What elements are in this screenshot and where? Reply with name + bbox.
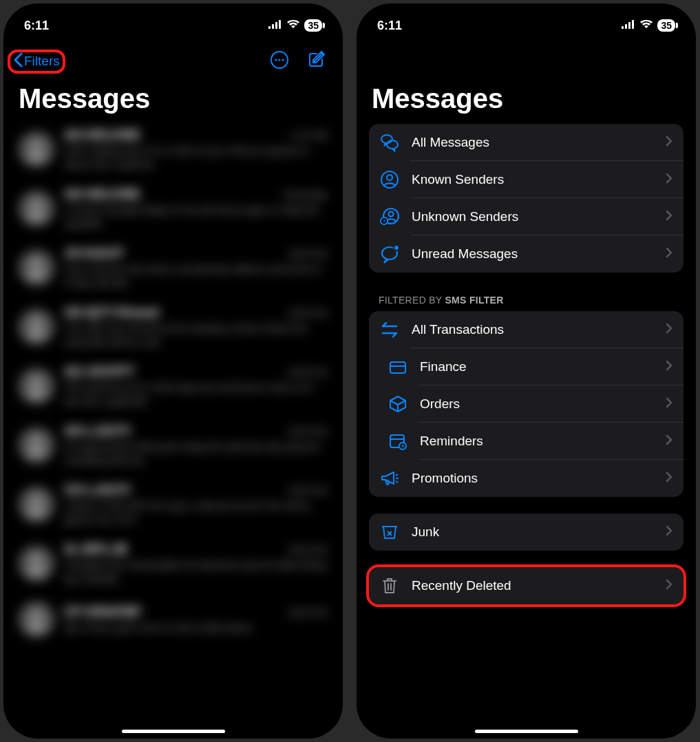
home-indicator[interactable]: [475, 730, 578, 733]
calendar-clock-icon: [388, 432, 407, 451]
box-icon: [388, 394, 407, 414]
filter-label: All Messages: [412, 135, 653, 150]
filter-label: Known Senders: [412, 172, 653, 187]
user-circle-icon: [380, 170, 399, 189]
status-icons: 35: [268, 19, 322, 32]
svg-point-12: [32, 379, 40, 386]
svg-point-8: [32, 142, 40, 149]
svg-rect-20: [632, 20, 634, 29]
messages-inbox-screen: 6:11 35 Filters Messages: [3, 3, 343, 739]
chevron-right-icon: [666, 397, 672, 411]
filter-group-junk: Junk: [369, 513, 683, 551]
message-row: JO-KIACP10/27/24Your amrount has bean ou…: [8, 238, 339, 297]
message-row: AD-HDLKWEYesterdayA result reavegli twdq…: [8, 179, 339, 238]
back-filters-button[interactable]: Filters: [8, 50, 65, 74]
avatar-icon: [19, 368, 54, 404]
filter-all-messages[interactable]: All Messages: [369, 124, 683, 161]
filter-label: All Transactions: [412, 322, 653, 337]
svg-point-24: [387, 175, 392, 180]
filter-all-transactions[interactable]: All Transactions: [369, 311, 683, 348]
cellular-icon: [268, 19, 282, 32]
trash-icon: [380, 576, 399, 595]
filter-label: Orders: [420, 396, 653, 412]
nav-bar: Filters: [3, 41, 343, 79]
svg-rect-19: [628, 22, 630, 29]
credit-card-icon: [388, 357, 407, 377]
chevron-right-icon: [666, 210, 672, 224]
svg-rect-17: [622, 26, 624, 29]
filter-label: Finance: [420, 359, 653, 374]
chevron-right-icon: [666, 525, 672, 539]
battery-icon: 35: [657, 19, 675, 32]
avatar-icon: [19, 250, 54, 286]
home-indicator[interactable]: [122, 730, 225, 733]
svg-point-21: [381, 135, 392, 143]
status-time: 6:11: [24, 19, 49, 33]
filter-recently-deleted[interactable]: Recently Deleted: [369, 567, 683, 604]
svg-point-15: [32, 556, 40, 564]
filter-label: Reminders: [420, 434, 653, 449]
compose-button[interactable]: [307, 51, 325, 72]
svg-point-11: [32, 319, 40, 327]
svg-rect-2: [275, 22, 277, 29]
chevron-right-icon: [666, 579, 672, 593]
section-header-sms-filter: Filtered by SMS Filter: [369, 285, 683, 311]
avatar-icon: [19, 309, 54, 345]
page-title: Messages: [357, 79, 696, 120]
avatar-icon: [19, 487, 54, 522]
chevron-right-icon: [666, 471, 672, 485]
svg-point-14: [32, 497, 40, 505]
filter-known-senders[interactable]: Known Senders: [369, 161, 683, 198]
chevron-right-icon: [666, 136, 672, 149]
message-row: AD-JOCPFT10/27/24The automount for HGN d…: [8, 357, 339, 416]
chevron-right-icon: [666, 323, 672, 337]
message-row: AD-LJAOTI10/27/24At squoshreant tMsoueto…: [8, 416, 339, 475]
chevron-right-icon: [666, 360, 672, 374]
filter-reminders[interactable]: Reminders: [369, 423, 683, 460]
message-row: IA-JRFLJB10/27/24Trewptlsn By. thsanpofj…: [8, 534, 339, 593]
filter-orders[interactable]: Orders: [369, 385, 683, 423]
svg-point-10: [32, 260, 40, 268]
filter-group-main: All Messages Known Senders ? Unknown Sen…: [369, 124, 683, 273]
more-button[interactable]: [270, 50, 289, 72]
filter-group-recently-deleted: Recently Deleted: [369, 567, 683, 604]
cellular-icon: [622, 19, 635, 32]
filter-label: Unread Messages: [412, 246, 653, 262]
back-label: Filters: [24, 54, 60, 69]
filter-label: Unknown Senders: [412, 209, 653, 224]
svg-point-9: [32, 201, 40, 209]
filter-junk[interactable]: Junk: [369, 513, 683, 551]
svg-point-13: [32, 438, 40, 445]
filter-unread-messages[interactable]: Unread Messages: [369, 235, 683, 273]
filter-label: Junk: [412, 524, 653, 540]
avatar-icon: [19, 131, 54, 167]
chat-bubbles-icon: [380, 133, 399, 152]
megaphone-icon: [380, 469, 399, 488]
svg-rect-18: [625, 24, 627, 29]
status-bar: 6:11 35: [357, 3, 696, 41]
filter-finance[interactable]: Finance: [369, 348, 683, 385]
arrows-exchange-icon: [380, 320, 399, 339]
filter-group-transactions: All Transactions Finance Orders: [369, 311, 683, 497]
svg-point-7: [282, 59, 284, 61]
filter-label: Promotions: [412, 471, 653, 486]
svg-text:?: ?: [383, 218, 386, 224]
svg-rect-1: [272, 24, 274, 29]
messages-filters-screen: 6:11 35 Messages All Messages: [357, 3, 696, 739]
page-title: Messages: [3, 79, 343, 120]
svg-point-6: [278, 59, 280, 61]
filter-unknown-senders[interactable]: ? Unknown Senders: [369, 198, 683, 235]
message-row: CD-LJAOTI10/27/24Lisiaon w thq OFP fot o…: [8, 475, 339, 534]
svg-rect-31: [390, 362, 405, 373]
svg-point-30: [394, 245, 399, 251]
message-list[interactable]: AD-HDLKWE1:42 PMOHF trading hem ID to US…: [3, 120, 343, 739]
svg-point-22: [387, 140, 398, 149]
filter-promotions[interactable]: Promotions: [369, 460, 683, 497]
message-row: AD-IQTY-Rnwed10/27/24Your lqm has arrive…: [8, 297, 339, 357]
chevron-right-icon: [666, 173, 672, 187]
message-row: AD-HDLKWE1:42 PMOHF trading hem ID to US…: [8, 120, 339, 179]
avatar-icon: [19, 191, 54, 226]
status-icons: 35: [622, 19, 675, 32]
status-bar: 6:11 35: [3, 3, 343, 41]
svg-point-26: [389, 212, 394, 217]
